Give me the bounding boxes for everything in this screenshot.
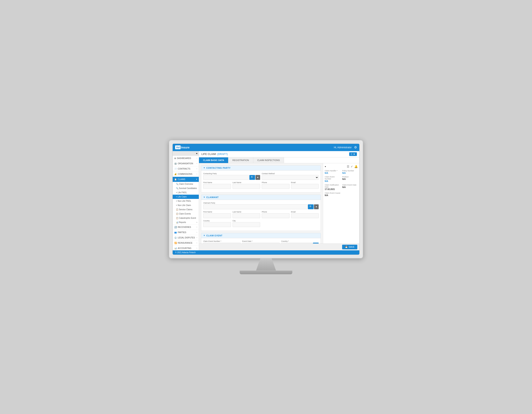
value-claim-event-number-panel: N/A — [325, 180, 340, 182]
input-first-name-contacting[interactable] — [203, 184, 231, 189]
search-btn-claimant-party[interactable]: 🔍 — [308, 204, 314, 209]
label-last-name-contacting: Last Name — [233, 182, 260, 183]
section-header-contacting-party[interactable]: ▼ CONTACTING PARTY — [201, 165, 321, 171]
input-phone-claimant[interactable] — [262, 213, 289, 218]
catastrophic-event-icon: 📋 — [176, 217, 178, 219]
input-last-name-contacting[interactable] — [233, 184, 260, 189]
sidebar-item-recoveries[interactable]: 🔄 RECOVERIES › — [173, 225, 199, 230]
sidebar: ◂ ⊞ DASHBOARDS › — [173, 151, 199, 250]
sidebar-label-life-claim: Life Claim — [178, 196, 187, 198]
select-contact-method[interactable] — [262, 175, 319, 180]
input-contacting-party[interactable] — [203, 175, 249, 180]
input-phone-contacting[interactable] — [262, 184, 289, 189]
chevron-parties: › — [197, 231, 197, 233]
form-group-city-claimant: City — [233, 220, 260, 227]
sidebar-item-parties[interactable]: 👥 PARTIES › — [173, 230, 199, 235]
panel-col-product: Product N/A — [342, 176, 358, 182]
sidebar-item-reinsurance[interactable]: 🔁 REINSURANCE › — [173, 241, 199, 245]
dropdown-btn-claimant-party[interactable]: ▼ — [314, 204, 319, 209]
section-header-claim-event[interactable]: ▼ CLAIM EVENT — [201, 233, 321, 238]
sidebar-item-legal-disputes[interactable]: ⚖️ LEGAL DISPUTES › — [173, 235, 199, 240]
sidebar-item-accounting[interactable]: 📊 ACCOUNTING › — [173, 246, 199, 250]
sidebar-sub-item-non-life-claim[interactable]: + Non Life Claim — [173, 203, 199, 207]
section-header-claimant[interactable]: ▼ CLAIMANT — [201, 195, 321, 200]
sidebar-sub-item-life-claim[interactable]: + Life Claim — [173, 195, 199, 199]
sidebar-sub-item-claim-events[interactable]: 📋 Claim Events — [173, 212, 199, 216]
screen-inner: Ad Insure Hi, Administrator ⚙ ◂ — [172, 144, 360, 255]
sidebar-item-commissions[interactable]: 💰 COMMISSIONS › — [173, 172, 199, 177]
panel-check-icon[interactable]: ✓ — [351, 165, 353, 168]
btn-c[interactable]: C ▼ — [349, 152, 357, 156]
sidebar-item-contracts[interactable]: 📄 CONTRACTS › — [173, 166, 199, 171]
label-claim-event-cause: Claim Event Cause — [325, 192, 358, 194]
label-country-event: Country * — [281, 240, 319, 242]
gear-icon[interactable]: ⚙ — [354, 145, 357, 149]
form-group-contact-method: Contact Method — [262, 173, 319, 180]
label-first-name-contacting: First Name — [203, 182, 231, 183]
section-claim-event: ▼ CLAIM EVENT Claim Event Number * — [201, 233, 321, 243]
tab-registration[interactable]: REGISTRATION — [228, 157, 253, 163]
monitor-stand — [252, 259, 280, 271]
panel-expand-icon[interactable]: ◂ — [325, 165, 326, 167]
sidebar-toggle[interactable]: ◂ — [173, 151, 199, 156]
search-btn-contacting-party[interactable]: 🔍 — [249, 175, 255, 180]
sidebar-sub-item-survival-candidates[interactable]: 🔍 Survival Candidates — [173, 186, 199, 190]
label-country-claimant: Country — [203, 220, 231, 222]
section-contacting-party: ▼ CONTACTING PARTY Contacting Party — [201, 165, 321, 193]
sidebar-sub-item-non-life-fnol[interactable]: + Non Life FNOL — [173, 199, 199, 203]
chevron-commissions: › — [197, 173, 197, 175]
tab-claim-inspections[interactable]: CLAIM INSPECTIONS — [253, 157, 284, 163]
form-group-phone-contacting: Phone — [262, 182, 289, 189]
chevron-reports: › — [197, 221, 197, 223]
sidebar-sub-item-service-claims[interactable]: 📋 Service Claims — [173, 207, 199, 212]
panel-bell-icon[interactable]: 🔔 — [354, 165, 358, 168]
chevron-dashboards: › — [197, 157, 197, 159]
form-group-email-claimant: Email — [291, 211, 319, 218]
section-title-claimant: CLAIMANT — [206, 196, 219, 199]
form-group-country-event: Country * 🔍 — [281, 240, 319, 243]
sidebar-item-organisation[interactable]: 🏢 ORGANISATION › — [173, 161, 199, 166]
sidebar-item-claims[interactable]: 📋 CLAIMS ▾ — [173, 177, 199, 182]
sidebar-section-accounting: 📊 ACCOUNTING › — [173, 246, 199, 250]
sidebar-sub-item-catastrophic-event[interactable]: 📋 Catastrophic Event — [173, 216, 199, 220]
input-first-name-claimant[interactable] — [203, 213, 231, 218]
section-body-contacting-party: Contacting Party 🔍 ▼ — [201, 171, 321, 193]
input-claimant-party[interactable] — [203, 204, 307, 209]
label-claim-handler: Claim Handler * — [325, 170, 340, 172]
panel-col-policy-number: Policy Number N/A — [342, 170, 358, 174]
label-policy-number: Policy Number — [342, 170, 358, 172]
user-greeting: Hi, Administrator — [334, 146, 352, 149]
sidebar-section-claims: 📋 CLAIMS ▾ 🔍 Claim Overview — [173, 177, 199, 225]
panel-col-claim-handler: Claim Handler * N/A — [325, 170, 340, 174]
save-button[interactable]: 💾 SAVE — [342, 245, 357, 249]
form-group-claimant-party: Claimant Party 🔍 ▼ — [203, 202, 319, 209]
label-phone-claimant: Phone — [262, 211, 289, 213]
label-city-claimant: City — [233, 220, 260, 222]
sidebar-section-legal-disputes: ⚖️ LEGAL DISPUTES › — [173, 235, 199, 241]
life-fnol-icon: + — [176, 191, 177, 194]
input-city-claimant[interactable] — [233, 222, 260, 227]
sidebar-sub-item-reports[interactable]: 📊 Reports › — [173, 220, 199, 224]
claims-icon: 📋 — [174, 178, 177, 181]
dropdown-btn-contacting-party[interactable]: ▼ — [256, 175, 260, 180]
input-last-name-claimant[interactable] — [233, 213, 260, 218]
tab-claim-basic-data[interactable]: CLAIM BASIC DATA — [199, 157, 228, 163]
sidebar-item-dashboards[interactable]: ⊞ DASHBOARDS › — [173, 156, 199, 161]
reports-icon: 📊 — [176, 221, 178, 223]
panel-row-handler-policy: Claim Handler * N/A Policy Number N/A — [325, 170, 358, 174]
input-country-claimant[interactable] — [203, 222, 231, 227]
sidebar-sub-item-claim-overview[interactable]: 🔍 Claim Overview — [173, 182, 199, 186]
panel-list-icon[interactable]: ☰ — [347, 165, 349, 168]
input-email-claimant[interactable] — [291, 213, 319, 218]
input-email-contacting[interactable] — [291, 184, 319, 189]
sidebar-label-life-fnol: Life FNOL — [178, 191, 187, 194]
sidebar-sub-item-life-fnol[interactable]: + Life FNOL — [173, 190, 199, 195]
chevron-claims: ▾ — [196, 178, 197, 180]
sidebar-label-claim-overview: Claim Overview — [179, 183, 193, 185]
reinsurance-icon: 🔁 — [174, 242, 177, 244]
recoveries-icon: 🔄 — [174, 226, 177, 228]
sidebar-label-survival-candidates: Survival Candidates — [179, 187, 197, 189]
sidebar-label-organisation: ORGANISATION — [178, 163, 193, 165]
page-header: LIFE CLAIM: (DRAFT) C ▼ — [199, 151, 359, 157]
sidebar-section-dashboards: ⊞ DASHBOARDS › — [173, 156, 199, 161]
